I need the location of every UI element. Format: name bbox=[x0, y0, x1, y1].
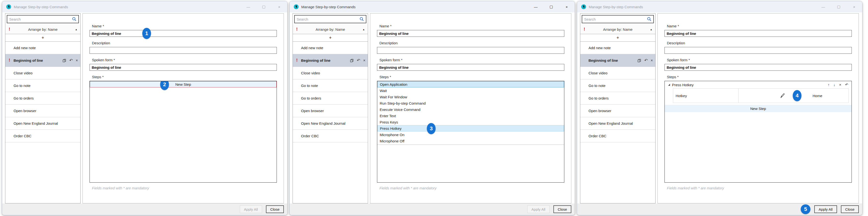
undo-step-icon[interactable]: ↶ bbox=[845, 83, 848, 87]
close-button[interactable]: × bbox=[852, 5, 857, 9]
add-command-button[interactable]: + bbox=[293, 34, 368, 42]
step-type-option[interactable]: Execute Voice Command bbox=[377, 106, 564, 113]
steps-label: Steps * bbox=[667, 74, 852, 80]
maximize-button[interactable]: ▢ bbox=[837, 5, 841, 9]
step-type-option[interactable]: Wait For Window bbox=[377, 94, 564, 100]
list-item[interactable]: Open browser bbox=[293, 104, 368, 117]
list-item[interactable]: Close video bbox=[293, 67, 368, 80]
step-type-option[interactable]: Enter Text bbox=[377, 113, 564, 119]
list-item[interactable]: Open browser bbox=[580, 104, 655, 117]
list-item[interactable]: Order CBC bbox=[293, 130, 368, 143]
list-item[interactable]: Open browser bbox=[5, 104, 80, 117]
list-item-selected[interactable]: ! Beginning of line ↶ × bbox=[5, 54, 80, 67]
list-item[interactable]: Go to orders bbox=[5, 92, 80, 104]
step-type-option[interactable]: Microphone Off bbox=[377, 138, 564, 144]
step-type-option[interactable]: Run Step-by-step Command bbox=[377, 100, 564, 106]
list-item-selected[interactable]: Beginning of line ↶ × bbox=[580, 54, 655, 67]
press-hotkey-step-header[interactable]: Press Hotkey ↑ ↓ × ↶ bbox=[665, 81, 851, 88]
list-item[interactable]: Order CBC bbox=[580, 130, 655, 143]
list-item[interactable]: Add new note bbox=[293, 42, 368, 54]
delete-icon[interactable]: × bbox=[363, 58, 365, 63]
search-input[interactable] bbox=[294, 15, 366, 23]
titlebar[interactable]: Manage Step-by-step Commands — ▢ × bbox=[290, 1, 575, 12]
hotkey-field-value[interactable]: 4 Home bbox=[739, 89, 848, 103]
add-command-button[interactable]: + bbox=[580, 34, 655, 42]
arrange-by-header[interactable]: ! Arrange by: Name ▲ bbox=[580, 25, 655, 34]
minimize-button[interactable]: — bbox=[821, 5, 826, 9]
move-up-icon[interactable]: ↑ bbox=[828, 83, 830, 87]
copy-icon[interactable] bbox=[638, 59, 641, 62]
copy-icon[interactable] bbox=[62, 59, 66, 62]
window-title: Manage Step-by-step Commands bbox=[589, 5, 643, 9]
step-type-option[interactable]: Press Keys bbox=[377, 119, 564, 125]
new-step-row[interactable]: New Step 2 bbox=[90, 81, 277, 87]
spoken-form-input[interactable] bbox=[90, 64, 277, 71]
step-type-option[interactable]: Open Application bbox=[377, 81, 564, 87]
list-item-selected[interactable]: ! Beginning of line ↶ × bbox=[293, 54, 368, 67]
delete-icon[interactable]: × bbox=[76, 58, 78, 63]
list-item[interactable]: Add new note bbox=[580, 42, 655, 54]
steps-label: Steps * bbox=[92, 74, 277, 80]
apply-all-button[interactable]: Apply All bbox=[240, 205, 262, 213]
close-dialog-button[interactable]: Close bbox=[266, 205, 284, 213]
list-item[interactable]: Order CBC bbox=[5, 130, 80, 143]
arrange-by-header[interactable]: ! Arrange by: Name ▲ bbox=[5, 25, 80, 34]
description-input[interactable] bbox=[90, 47, 277, 54]
list-item[interactable]: Open New England Journal bbox=[293, 117, 368, 130]
list-item[interactable]: Go to note bbox=[5, 80, 80, 92]
list-item[interactable]: Open New England Journal bbox=[580, 117, 655, 130]
name-input[interactable] bbox=[377, 30, 564, 37]
apply-all-button[interactable]: Apply All bbox=[814, 205, 837, 213]
command-detail-panel: Name * 1 Description Spoken form * Steps… bbox=[83, 13, 284, 204]
undo-icon[interactable]: ↶ bbox=[644, 58, 648, 63]
search-icon bbox=[647, 17, 652, 22]
name-input[interactable] bbox=[90, 30, 277, 37]
close-dialog-button[interactable]: Close bbox=[553, 205, 571, 213]
expander-icon[interactable] bbox=[668, 84, 670, 86]
add-command-button[interactable]: + bbox=[5, 34, 80, 42]
sort-ascending-icon: ▲ bbox=[363, 28, 365, 31]
steps-label: Steps * bbox=[379, 74, 564, 80]
dragon-app-icon bbox=[6, 4, 11, 9]
command-list-sidebar: ! Arrange by: Name ▲ + Add new note Begi… bbox=[580, 13, 655, 204]
step-type-option[interactable]: Microphone On bbox=[377, 131, 564, 138]
search-input[interactable] bbox=[582, 15, 654, 23]
close-button[interactable]: × bbox=[564, 5, 569, 9]
spoken-form-input[interactable] bbox=[664, 64, 852, 71]
spoken-form-input[interactable] bbox=[377, 64, 564, 71]
minimize-button[interactable]: — bbox=[246, 5, 250, 9]
maximize-button[interactable]: ▢ bbox=[549, 5, 553, 9]
undo-icon[interactable]: ↶ bbox=[69, 58, 72, 63]
step-type-option-press-hotkey[interactable]: Press Hotkey 3 bbox=[377, 125, 564, 131]
move-down-icon[interactable]: ↓ bbox=[833, 83, 835, 87]
list-item[interactable]: Go to orders bbox=[293, 92, 368, 104]
list-item[interactable]: Go to orders bbox=[580, 92, 655, 104]
list-item[interactable]: Open New England Journal bbox=[5, 117, 80, 130]
close-button[interactable]: × bbox=[277, 5, 281, 9]
undo-icon[interactable]: ↶ bbox=[357, 58, 360, 63]
minimize-button[interactable]: — bbox=[534, 5, 538, 9]
copy-icon[interactable] bbox=[350, 59, 354, 62]
edit-pencil-icon[interactable] bbox=[780, 93, 785, 98]
apply-all-button[interactable]: Apply All bbox=[527, 205, 550, 213]
arrange-by-header[interactable]: ! Arrange by: Name ▲ bbox=[293, 25, 368, 34]
description-input[interactable] bbox=[377, 47, 564, 54]
hotkey-field-row: Hotkey 4 Home bbox=[673, 88, 849, 103]
list-item[interactable]: Go to note bbox=[293, 80, 368, 92]
description-input[interactable] bbox=[664, 47, 852, 54]
name-input[interactable] bbox=[664, 30, 852, 37]
list-item[interactable]: Close video bbox=[5, 67, 80, 80]
list-item[interactable]: Close video bbox=[580, 67, 655, 80]
search-input[interactable] bbox=[7, 15, 79, 23]
new-step-row[interactable]: New Step bbox=[665, 105, 851, 112]
delete-step-icon[interactable]: × bbox=[839, 83, 841, 87]
titlebar[interactable]: Manage Step-by-step Commands — ▢ × bbox=[2, 1, 287, 12]
hotkey-field-label: Hotkey bbox=[673, 89, 739, 103]
step-type-option[interactable]: Wait bbox=[377, 87, 564, 94]
delete-icon[interactable]: × bbox=[651, 58, 653, 63]
list-item[interactable]: Go to note bbox=[580, 80, 655, 92]
maximize-button[interactable]: ▢ bbox=[261, 5, 266, 9]
titlebar[interactable]: Manage Step-by-step Commands — ▢ × bbox=[577, 1, 862, 12]
close-dialog-button[interactable]: Close bbox=[841, 205, 859, 213]
list-item[interactable]: Add new note bbox=[5, 42, 80, 54]
